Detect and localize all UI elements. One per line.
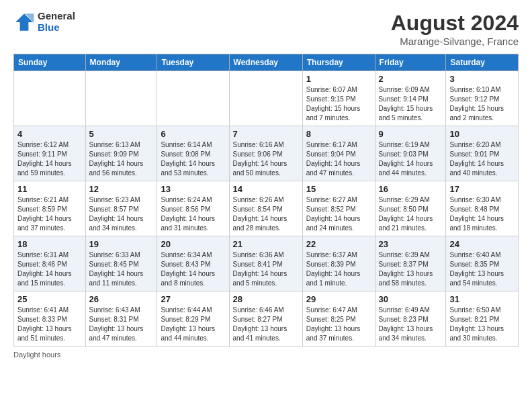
- day-info: Sunrise: 6:27 AM Sunset: 8:52 PM Dayligh…: [306, 195, 371, 233]
- calendar-week-row: 11Sunrise: 6:21 AM Sunset: 8:59 PM Dayli…: [14, 181, 519, 236]
- day-info: Sunrise: 6:12 AM Sunset: 9:11 PM Dayligh…: [17, 140, 82, 178]
- day-info: Sunrise: 6:14 AM Sunset: 9:08 PM Dayligh…: [161, 140, 225, 178]
- day-info: Sunrise: 6:26 AM Sunset: 8:54 PM Dayligh…: [233, 195, 299, 233]
- calendar-cell: 16Sunrise: 6:29 AM Sunset: 8:50 PM Dayli…: [375, 181, 446, 236]
- calendar-cell: 5Sunrise: 6:13 AM Sunset: 9:09 PM Daylig…: [85, 126, 157, 181]
- location-title: Marange-Silvange, France: [391, 36, 519, 47]
- day-number: 12: [89, 184, 154, 194]
- calendar-cell: 20Sunrise: 6:34 AM Sunset: 8:43 PM Dayli…: [157, 236, 229, 291]
- logo-general-text: General: [38, 11, 75, 22]
- day-info: Sunrise: 6:31 AM Sunset: 8:46 PM Dayligh…: [17, 250, 82, 288]
- calendar-cell: 9Sunrise: 6:19 AM Sunset: 9:03 PM Daylig…: [375, 126, 446, 181]
- calendar-cell: 12Sunrise: 6:23 AM Sunset: 8:57 PM Dayli…: [85, 181, 157, 236]
- day-number: 2: [379, 74, 443, 84]
- col-monday: Monday: [85, 54, 157, 71]
- calendar-cell: 18Sunrise: 6:31 AM Sunset: 8:46 PM Dayli…: [14, 236, 86, 291]
- calendar-cell: 2Sunrise: 6:09 AM Sunset: 9:14 PM Daylig…: [375, 71, 446, 126]
- day-number: 4: [17, 129, 82, 139]
- day-number: 22: [306, 239, 371, 249]
- calendar-cell: [85, 71, 157, 126]
- calendar-cell: [229, 71, 302, 126]
- calendar-cell: 6Sunrise: 6:14 AM Sunset: 9:08 PM Daylig…: [157, 126, 229, 181]
- day-info: Sunrise: 6:09 AM Sunset: 9:14 PM Dayligh…: [379, 85, 443, 123]
- day-number: 11: [17, 184, 82, 194]
- calendar-cell: 8Sunrise: 6:17 AM Sunset: 9:04 PM Daylig…: [302, 126, 375, 181]
- day-number: 16: [379, 184, 443, 194]
- day-info: Sunrise: 6:37 AM Sunset: 8:39 PM Dayligh…: [306, 250, 371, 288]
- calendar-week-row: 25Sunrise: 6:41 AM Sunset: 8:33 PM Dayli…: [14, 291, 519, 347]
- day-info: Sunrise: 6:16 AM Sunset: 9:06 PM Dayligh…: [233, 140, 299, 178]
- daylight-hours-label: Daylight hours: [13, 351, 60, 359]
- logo: General Blue: [13, 11, 75, 33]
- page: General Blue August 2024 Marange-Silvang…: [0, 0, 532, 411]
- header: General Blue August 2024 Marange-Silvang…: [13, 11, 519, 47]
- day-info: Sunrise: 6:46 AM Sunset: 8:27 PM Dayligh…: [233, 306, 299, 343]
- day-info: Sunrise: 6:36 AM Sunset: 8:41 PM Dayligh…: [233, 250, 299, 288]
- col-sunday: Sunday: [14, 54, 86, 71]
- day-number: 8: [306, 129, 371, 139]
- day-number: 18: [17, 239, 82, 249]
- day-number: 21: [233, 239, 299, 249]
- calendar-cell: 19Sunrise: 6:33 AM Sunset: 8:45 PM Dayli…: [85, 236, 157, 291]
- calendar-cell: 28Sunrise: 6:46 AM Sunset: 8:27 PM Dayli…: [229, 291, 302, 347]
- calendar-cell: 3Sunrise: 6:10 AM Sunset: 9:12 PM Daylig…: [446, 71, 519, 126]
- day-info: Sunrise: 6:34 AM Sunset: 8:43 PM Dayligh…: [161, 250, 225, 288]
- day-info: Sunrise: 6:21 AM Sunset: 8:59 PM Dayligh…: [17, 195, 82, 233]
- day-info: Sunrise: 6:23 AM Sunset: 8:57 PM Dayligh…: [89, 195, 154, 233]
- day-info: Sunrise: 6:17 AM Sunset: 9:04 PM Dayligh…: [306, 140, 371, 178]
- calendar-cell: 24Sunrise: 6:40 AM Sunset: 8:35 PM Dayli…: [446, 236, 519, 291]
- day-info: Sunrise: 6:30 AM Sunset: 8:48 PM Dayligh…: [449, 195, 515, 233]
- day-number: 17: [449, 184, 515, 194]
- day-info: Sunrise: 6:07 AM Sunset: 9:15 PM Dayligh…: [306, 85, 371, 123]
- calendar-cell: 22Sunrise: 6:37 AM Sunset: 8:39 PM Dayli…: [302, 236, 375, 291]
- logo-blue-text: Blue: [38, 22, 75, 34]
- day-info: Sunrise: 6:47 AM Sunset: 8:25 PM Dayligh…: [306, 306, 371, 343]
- day-number: 25: [17, 294, 82, 304]
- day-number: 1: [306, 74, 371, 84]
- calendar-cell: 1Sunrise: 6:07 AM Sunset: 9:15 PM Daylig…: [302, 71, 375, 126]
- col-thursday: Thursday: [302, 54, 375, 71]
- calendar-cell: 31Sunrise: 6:50 AM Sunset: 8:21 PM Dayli…: [446, 291, 519, 347]
- day-number: 29: [306, 294, 371, 304]
- day-number: 13: [161, 184, 225, 194]
- day-info: Sunrise: 6:33 AM Sunset: 8:45 PM Dayligh…: [89, 250, 154, 288]
- title-block: August 2024 Marange-Silvange, France: [391, 11, 519, 47]
- calendar-cell: 7Sunrise: 6:16 AM Sunset: 9:06 PM Daylig…: [229, 126, 302, 181]
- calendar-cell: 27Sunrise: 6:44 AM Sunset: 8:29 PM Dayli…: [157, 291, 229, 347]
- day-number: 27: [161, 294, 225, 304]
- day-info: Sunrise: 6:39 AM Sunset: 8:37 PM Dayligh…: [379, 250, 443, 288]
- day-info: Sunrise: 6:41 AM Sunset: 8:33 PM Dayligh…: [17, 306, 82, 343]
- calendar-cell: 25Sunrise: 6:41 AM Sunset: 8:33 PM Dayli…: [14, 291, 86, 347]
- col-wednesday: Wednesday: [229, 54, 302, 71]
- day-info: Sunrise: 6:44 AM Sunset: 8:29 PM Dayligh…: [161, 306, 225, 343]
- col-tuesday: Tuesday: [157, 54, 229, 71]
- day-info: Sunrise: 6:24 AM Sunset: 8:56 PM Dayligh…: [161, 195, 225, 233]
- day-number: 15: [306, 184, 371, 194]
- day-info: Sunrise: 6:50 AM Sunset: 8:21 PM Dayligh…: [449, 306, 515, 343]
- day-info: Sunrise: 6:19 AM Sunset: 9:03 PM Dayligh…: [379, 140, 443, 178]
- calendar-cell: 26Sunrise: 6:43 AM Sunset: 8:31 PM Dayli…: [85, 291, 157, 347]
- day-info: Sunrise: 6:40 AM Sunset: 8:35 PM Dayligh…: [449, 250, 515, 288]
- day-number: 7: [233, 129, 299, 139]
- day-number: 31: [449, 294, 515, 304]
- logo-text: General Blue: [38, 11, 75, 33]
- col-saturday: Saturday: [446, 54, 519, 71]
- footer-note: Daylight hours: [13, 351, 519, 359]
- calendar-cell: [157, 71, 229, 126]
- calendar-cell: 4Sunrise: 6:12 AM Sunset: 9:11 PM Daylig…: [14, 126, 86, 181]
- calendar-header-row: Sunday Monday Tuesday Wednesday Thursday…: [14, 54, 519, 71]
- calendar-cell: 21Sunrise: 6:36 AM Sunset: 8:41 PM Dayli…: [229, 236, 302, 291]
- calendar-cell: 10Sunrise: 6:20 AM Sunset: 9:01 PM Dayli…: [446, 126, 519, 181]
- col-friday: Friday: [375, 54, 446, 71]
- calendar-week-row: 1Sunrise: 6:07 AM Sunset: 9:15 PM Daylig…: [14, 71, 519, 126]
- day-number: 24: [449, 239, 515, 249]
- day-number: 10: [449, 129, 515, 139]
- logo-icon: [13, 11, 35, 33]
- calendar-week-row: 4Sunrise: 6:12 AM Sunset: 9:11 PM Daylig…: [14, 126, 519, 181]
- calendar-week-row: 18Sunrise: 6:31 AM Sunset: 8:46 PM Dayli…: [14, 236, 519, 291]
- day-info: Sunrise: 6:20 AM Sunset: 9:01 PM Dayligh…: [449, 140, 515, 178]
- day-number: 14: [233, 184, 299, 194]
- day-number: 23: [379, 239, 443, 249]
- day-info: Sunrise: 6:13 AM Sunset: 9:09 PM Dayligh…: [89, 140, 154, 178]
- day-number: 5: [89, 129, 154, 139]
